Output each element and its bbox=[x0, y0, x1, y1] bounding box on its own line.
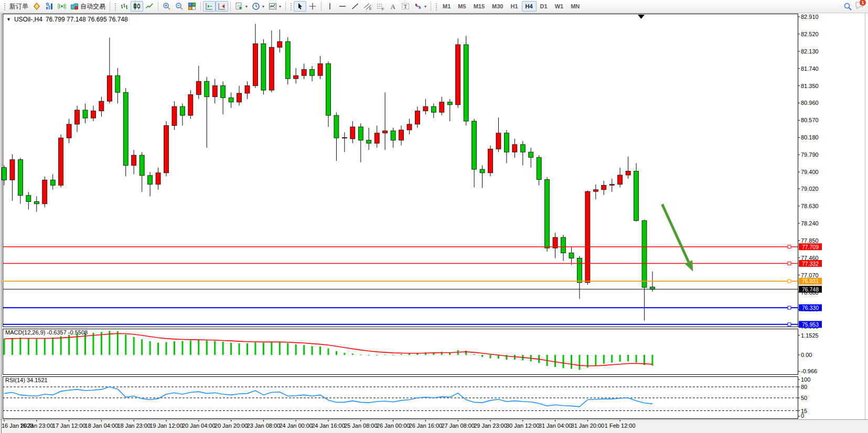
macd-histogram-bar bbox=[490, 355, 491, 358]
tab-timeframe-m15[interactable]: M15 bbox=[470, 1, 488, 12]
time-axis-label: 24 Jan 16:00 bbox=[312, 423, 345, 429]
trendline-button[interactable] bbox=[349, 1, 361, 12]
candle bbox=[221, 86, 226, 98]
horizontal-line-icon bbox=[338, 2, 347, 10]
text-label-button[interactable]: T bbox=[399, 1, 412, 12]
macd-histogram-bar bbox=[578, 355, 580, 370]
tab-timeframe-h4[interactable]: H4 bbox=[522, 1, 537, 12]
toolbar-drag-handle[interactable] bbox=[114, 2, 116, 10]
macd-histogram-bar bbox=[133, 337, 135, 355]
macd-histogram-bar bbox=[636, 355, 637, 363]
candle bbox=[350, 127, 355, 139]
macd-histogram-bar bbox=[12, 338, 13, 355]
line-endpoint-marker[interactable] bbox=[788, 245, 791, 248]
toolbar-drag-handle[interactable] bbox=[3, 2, 6, 10]
crosshair-button[interactable] bbox=[306, 1, 319, 12]
candle bbox=[277, 41, 282, 47]
search-icon[interactable] bbox=[843, 2, 852, 10]
line-chart-button[interactable] bbox=[143, 1, 156, 12]
candle bbox=[302, 69, 306, 75]
candle bbox=[261, 44, 266, 90]
fibonacci-button[interactable]: F bbox=[374, 1, 387, 12]
tab-timeframe-h1[interactable]: H1 bbox=[507, 1, 521, 12]
cursor-button[interactable] bbox=[294, 1, 306, 12]
new-order-button[interactable]: 新订单 bbox=[7, 1, 30, 12]
line-endpoint-marker[interactable] bbox=[788, 306, 791, 309]
price-badge-label: 76.330 bbox=[802, 305, 819, 311]
macd-histogram-bar bbox=[190, 340, 191, 355]
svg-text:E: E bbox=[369, 7, 372, 10]
candle bbox=[464, 45, 468, 121]
candle bbox=[512, 145, 517, 152]
tab-timeframe-m5[interactable]: M5 bbox=[454, 1, 469, 12]
text-icon: A bbox=[389, 2, 397, 10]
bar-chart-button[interactable] bbox=[118, 1, 131, 12]
candle bbox=[164, 126, 169, 173]
tab-timeframe-d1[interactable]: D1 bbox=[537, 1, 551, 12]
line-endpoint-marker[interactable] bbox=[788, 262, 791, 265]
macd-histogram-bar bbox=[279, 342, 281, 355]
zoom-out-button[interactable] bbox=[173, 1, 186, 12]
candlestick-chart-button[interactable] bbox=[131, 1, 143, 12]
candle bbox=[358, 127, 363, 140]
market-watch-button[interactable] bbox=[43, 1, 56, 12]
toolbar-separator bbox=[431, 2, 431, 11]
tab-timeframe-m30[interactable]: M30 bbox=[488, 1, 507, 12]
tab-timeframe-mn[interactable]: MN bbox=[567, 1, 583, 12]
toolbar-drag-handle[interactable] bbox=[290, 2, 292, 10]
svg-text:T: T bbox=[404, 3, 408, 9]
macd-histogram-bar bbox=[44, 338, 46, 355]
vertical-line-button[interactable] bbox=[324, 1, 336, 12]
chart-shift-button[interactable] bbox=[216, 1, 228, 12]
market-watch-icon bbox=[45, 2, 53, 10]
macd-histogram-bar bbox=[360, 354, 361, 355]
text-button[interactable]: A bbox=[387, 1, 399, 12]
macd-histogram-bar bbox=[312, 346, 313, 355]
price-axis-label: 77.070 bbox=[801, 272, 819, 278]
candle bbox=[561, 237, 566, 253]
templates-button[interactable]: ▾ bbox=[266, 1, 283, 12]
macd-histogram-bar bbox=[230, 343, 232, 355]
macd-histogram-bar bbox=[239, 343, 240, 355]
candle bbox=[334, 115, 339, 138]
price-axis-label: 79.790 bbox=[801, 151, 819, 158]
candle bbox=[34, 202, 39, 204]
line-endpoint-marker[interactable] bbox=[788, 279, 791, 283]
tile-windows-button[interactable] bbox=[186, 1, 198, 12]
new-chart-button[interactable]: ▾ bbox=[233, 1, 250, 12]
auto-trading-button[interactable]: 自动交易 bbox=[68, 1, 108, 12]
gold-market-button[interactable] bbox=[30, 1, 43, 12]
horizontal-line-button[interactable] bbox=[336, 1, 349, 12]
line-endpoint-marker[interactable] bbox=[788, 323, 791, 326]
auto-scroll-button[interactable] bbox=[203, 1, 216, 12]
zoom-out-icon bbox=[175, 2, 184, 10]
price-badge-label: 77.709 bbox=[802, 244, 819, 250]
candle bbox=[415, 111, 420, 124]
macd-histogram-bar bbox=[254, 342, 256, 355]
periods-button[interactable]: ▾ bbox=[250, 1, 266, 12]
zoom-in-button[interactable] bbox=[160, 1, 173, 12]
line-chart-icon bbox=[145, 2, 154, 10]
macd-histogram-bar bbox=[514, 355, 516, 360]
price-axis-label: 79.400 bbox=[801, 169, 819, 175]
chart-collapse-icon[interactable]: ▼ bbox=[6, 17, 11, 22]
candle bbox=[205, 81, 209, 97]
equidistant-channel-button[interactable]: E bbox=[361, 1, 374, 12]
notifications-button[interactable]: 1 bbox=[855, 1, 863, 12]
macd-histogram-bar bbox=[481, 355, 483, 357]
tab-timeframe-w1[interactable]: W1 bbox=[551, 1, 567, 12]
template-chart-icon bbox=[269, 2, 277, 10]
candle bbox=[650, 287, 655, 289]
chart-ohlc-values: 76.799 77.148 76.695 76.748 bbox=[46, 16, 128, 23]
time-axis-label: 30 Jan 12:00 bbox=[506, 423, 540, 429]
arrows-button[interactable]: ▾ bbox=[412, 1, 428, 12]
tab-timeframe-m1[interactable]: M1 bbox=[439, 1, 454, 12]
toolbar-separator bbox=[230, 2, 231, 11]
signal-button[interactable] bbox=[56, 1, 68, 12]
candle bbox=[431, 106, 436, 112]
toolbar-drag-handle[interactable] bbox=[435, 2, 437, 10]
candle bbox=[374, 133, 379, 143]
candle bbox=[132, 155, 136, 165]
macd-histogram-bar bbox=[92, 333, 94, 355]
candle bbox=[642, 221, 647, 287]
